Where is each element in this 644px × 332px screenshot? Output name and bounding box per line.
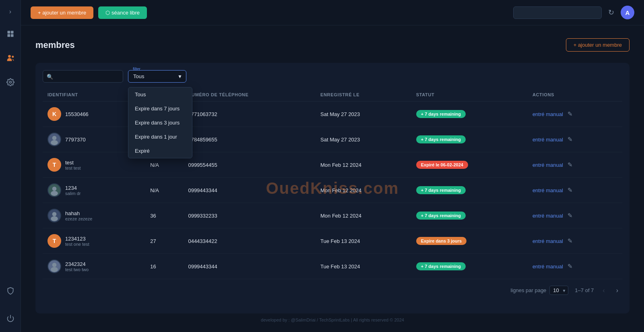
table-row: hahah ezeze zezeze 36 0999332233 Mon Feb…: [43, 203, 622, 228]
svg-point-9: [51, 140, 58, 145]
cell-status: + 7 days remaining: [411, 127, 528, 152]
svg-point-15: [51, 267, 58, 272]
cell-phone: 0771063732: [183, 102, 316, 127]
filter-dropdown-menu[interactable]: Tous Expire dans 7 jours Expire dans 3 j…: [128, 87, 192, 158]
user-avatar-button[interactable]: A: [621, 6, 634, 19]
edit-button[interactable]: ✎: [568, 161, 573, 168]
filter-dropdown[interactable]: Tous Expire dans 7 jours Expire dans 3 j…: [128, 70, 186, 83]
edit-button[interactable]: ✎: [568, 263, 573, 270]
edit-button[interactable]: ✎: [568, 136, 573, 143]
edit-button[interactable]: ✎: [568, 212, 573, 219]
sidebar-item-power[interactable]: [3, 311, 18, 326]
cell-phone: 0999443344: [183, 254, 316, 279]
cell-registered: Mon Feb 12 2024: [316, 152, 411, 178]
cell-phone: 0784859655: [183, 127, 316, 152]
status-badge: + 7 days remaining: [416, 186, 466, 194]
svg-rect-0: [7, 31, 10, 34]
action-link[interactable]: entré manual: [533, 111, 563, 117]
cell-status: Expire dans 3 jours: [411, 228, 528, 254]
cell-actions[interactable]: entré manual ✎: [528, 127, 622, 152]
col-phone: NUMÉRO DE TÉLÉPHONE: [183, 88, 316, 102]
topbar-right: ↻ A: [513, 6, 634, 19]
svg-point-11: [51, 191, 58, 196]
cell-registered: Mon Feb 12 2024: [316, 178, 411, 203]
avatar: [47, 183, 61, 197]
dropdown-item-expire[interactable]: Expiré: [128, 144, 192, 158]
pagination: lignes par page 10 25 50 ▼ 1–7 of 7 ‹ ›: [43, 279, 622, 301]
cell-actions[interactable]: entré manual ✎: [528, 228, 622, 254]
cell-age: 27: [145, 228, 183, 254]
table-container: OuedKniss.com 🔍 filter Tous Expire dans …: [35, 63, 630, 313]
member-id: 1234123: [65, 236, 89, 242]
sidebar-item-security[interactable]: [3, 284, 18, 298]
sidebar: ›: [0, 0, 21, 332]
lines-per-page-label: lignes par page: [510, 287, 546, 293]
refresh-button[interactable]: ↻: [607, 6, 616, 19]
edit-button[interactable]: ✎: [568, 237, 573, 245]
member-id: 7797370: [65, 137, 86, 143]
cell-registered: Sat May 27 2023: [316, 102, 411, 127]
sidebar-toggle[interactable]: ›: [8, 6, 13, 17]
member-id: 1234: [65, 185, 81, 191]
cell-identifiant: T 1234123 test one test: [43, 228, 145, 254]
svg-rect-3: [10, 34, 13, 37]
table-row: 2342324 test two two 16 0999443344 Tue F…: [43, 254, 622, 279]
prev-page-button[interactable]: ‹: [600, 286, 607, 295]
status-badge: Expiré le 06-02-2024: [416, 161, 468, 169]
action-link[interactable]: entré manual: [533, 162, 563, 168]
cell-identifiant: 2342324 test two two: [43, 254, 145, 279]
svg-point-5: [12, 56, 14, 58]
svg-point-4: [8, 55, 11, 58]
cell-actions[interactable]: entré manual ✎: [528, 102, 622, 127]
action-link[interactable]: entré manual: [533, 238, 563, 244]
per-page-select[interactable]: 10 25 50: [549, 286, 568, 295]
cell-phone: 0444334422: [183, 228, 316, 254]
sidebar-item-settings[interactable]: [3, 75, 18, 89]
dropdown-item-3jours[interactable]: Expire dans 3 jours: [128, 116, 192, 130]
cell-actions[interactable]: entré manual ✎: [528, 152, 622, 178]
col-status: STATUT: [411, 88, 528, 102]
dropdown-item-7jours[interactable]: Expire dans 7 jours: [128, 102, 192, 116]
cell-actions[interactable]: entré manual ✎: [528, 254, 622, 279]
col-actions: ACTIONS: [528, 88, 622, 102]
action-link[interactable]: entré manual: [533, 187, 563, 193]
next-page-button[interactable]: ›: [614, 286, 621, 295]
cell-registered: Tue Feb 13 2024: [316, 254, 411, 279]
svg-point-14: [52, 263, 57, 267]
page-header: membres + ajouter un membre: [35, 38, 630, 52]
table-search-wrap: 🔍: [43, 70, 123, 83]
page-header-right: + ajouter un membre: [566, 38, 630, 52]
table-search-input[interactable]: [43, 70, 123, 83]
cell-actions[interactable]: entré manual ✎: [528, 178, 622, 203]
cell-actions[interactable]: entré manual ✎: [528, 203, 622, 228]
status-badge: + 7 days remaining: [416, 262, 466, 270]
cell-age: 36: [145, 203, 183, 228]
sidebar-item-dashboard[interactable]: [3, 27, 18, 41]
action-link[interactable]: entré manual: [533, 213, 563, 219]
status-badge: Expire dans 3 jours: [416, 237, 466, 245]
cell-phone: 0999443344: [183, 178, 316, 203]
topbar-search-input[interactable]: [513, 6, 602, 19]
page-add-member-button[interactable]: + ajouter un membre: [566, 38, 630, 52]
dropdown-item-tous[interactable]: Tous: [128, 87, 192, 102]
page-info: 1–7 of 7: [575, 287, 594, 293]
svg-point-13: [51, 216, 58, 221]
action-link[interactable]: entré manual: [533, 137, 563, 143]
status-badge: + 7 days remaining: [416, 135, 466, 143]
status-badge: + 7 days remaining: [416, 212, 466, 220]
cell-status: Expiré le 06-02-2024: [411, 152, 528, 178]
sidebar-item-members[interactable]: [3, 51, 18, 65]
edit-button[interactable]: ✎: [568, 110, 573, 118]
svg-point-8: [52, 136, 57, 140]
action-link[interactable]: entré manual: [533, 264, 563, 270]
member-id: 15530466: [65, 111, 89, 117]
dropdown-item-1jour[interactable]: Expire dans 1 jour: [128, 130, 192, 144]
topbar-add-member-button[interactable]: + ajouter un membre: [31, 6, 93, 19]
filter-select-wrap[interactable]: filter Tous Expire dans 7 jours Expire d…: [128, 70, 186, 83]
avatar: [47, 209, 61, 222]
edit-button[interactable]: ✎: [568, 187, 573, 194]
avatar: T: [47, 158, 61, 172]
svg-point-12: [52, 212, 57, 216]
page-content: membres + ajouter un membre OuedKniss.co…: [21, 25, 644, 332]
topbar-seance-button[interactable]: ⬡ séance libre: [98, 6, 147, 19]
